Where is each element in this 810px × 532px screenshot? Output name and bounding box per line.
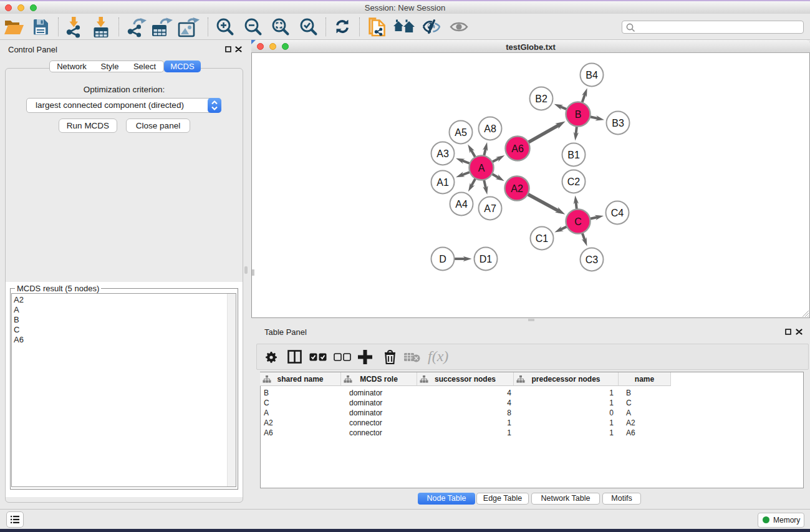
- svg-text:A4: A4: [455, 199, 468, 210]
- svg-text:A6: A6: [511, 143, 524, 154]
- svg-text:C4: C4: [611, 208, 624, 218]
- svg-text:C3: C3: [586, 254, 599, 265]
- svg-text:A7: A7: [484, 203, 496, 214]
- svg-text:D1: D1: [480, 254, 493, 264]
- svg-text:A2: A2: [511, 183, 523, 194]
- svg-text:C1: C1: [536, 233, 549, 244]
- svg-text:A1: A1: [436, 177, 449, 188]
- svg-text:B3: B3: [612, 118, 624, 128]
- svg-text:B1: B1: [567, 150, 580, 160]
- svg-text:A5: A5: [455, 127, 467, 138]
- svg-text:B2: B2: [535, 94, 547, 104]
- svg-text:A3: A3: [436, 148, 449, 159]
- svg-text:C2: C2: [567, 177, 581, 187]
- svg-text:B4: B4: [586, 70, 598, 80]
- svg-text:D: D: [439, 254, 446, 264]
- svg-text:A8: A8: [484, 123, 496, 134]
- svg-text:C: C: [574, 216, 582, 227]
- svg-text:A: A: [478, 163, 485, 173]
- svg-text:B: B: [575, 109, 582, 120]
